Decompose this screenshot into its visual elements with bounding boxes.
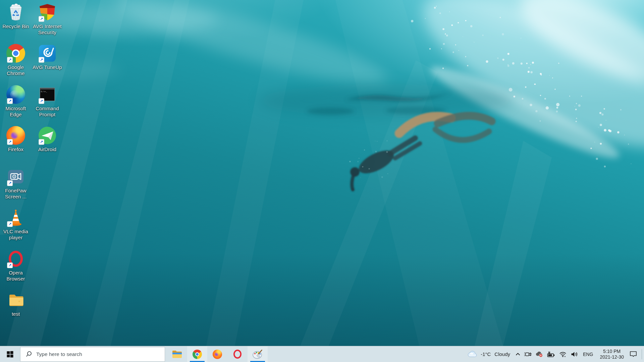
desktop-icon-label: AVG InternetSecurity	[33, 23, 62, 36]
clock-time: 5:10 PM	[600, 349, 624, 354]
avg-tuneup-icon: ↗	[38, 44, 57, 63]
desktop-icon-firefox[interactable]: ↗ Firefox	[0, 126, 32, 153]
desktop-icon-airdroid[interactable]: ↗ AirDroid	[32, 126, 63, 153]
desktop-icon-label: CommandPrompt	[36, 106, 59, 118]
desktop-icon-label: AVG TuneUp	[33, 64, 62, 70]
show-desktop-button[interactable]	[642, 346, 644, 362]
shortcut-arrow-icon: ↗	[7, 262, 13, 268]
desktop-icon-test-folder[interactable]: test	[0, 290, 32, 317]
desktop-icon-label: AirDroid	[38, 146, 56, 153]
desktop-icon-grid: Recycle Bin ↗ AVG InternetSecurity ↗ Goo…	[0, 0, 644, 346]
shortcut-arrow-icon: ↗	[39, 139, 44, 145]
search-box[interactable]: Type here to search	[20, 347, 165, 362]
battery-status-button[interactable]	[545, 346, 557, 362]
opera-icon: ↗	[6, 249, 25, 268]
taskbar: Type here to search	[0, 346, 644, 362]
weather-temperature: -1°C	[481, 351, 491, 357]
clock-date: 2021-12-30	[600, 354, 624, 360]
chevron-up-icon	[516, 353, 520, 356]
vlc-cone-icon: ↗	[6, 208, 25, 227]
meet-now-camera-icon	[524, 351, 532, 358]
firefox-icon: ↗	[6, 126, 25, 145]
search-icon	[25, 351, 32, 357]
file-explorer-icon	[172, 350, 182, 359]
wifi-status-button[interactable]	[557, 346, 569, 362]
desktop-icon-avg-internet-security[interactable]: ↗ AVG InternetSecurity	[32, 3, 63, 36]
shortcut-arrow-icon: ↗	[39, 57, 44, 63]
volume-button[interactable]	[569, 346, 580, 362]
shortcut-arrow-icon: ↗	[7, 221, 13, 227]
desktop-icon-opera[interactable]: ↗ OperaBrowser	[0, 249, 32, 282]
windows-logo-icon	[7, 351, 13, 358]
battery-charging-icon	[547, 351, 555, 358]
taskbar-app-opera[interactable]	[227, 346, 248, 362]
chrome-icon	[193, 350, 202, 359]
wifi-icon	[559, 351, 567, 357]
language-indicator[interactable]: ENG	[580, 346, 596, 362]
weather-widget[interactable]: -1°C Cloudy	[464, 346, 514, 362]
desktop-icon-recycle-bin[interactable]: Recycle Bin	[0, 3, 32, 29]
desktop-icon-google-chrome[interactable]: ↗ GoogleChrome	[0, 44, 32, 76]
command-prompt-icon: C:\>_ ↗	[38, 85, 57, 104]
shortcut-arrow-icon: ↗	[7, 57, 13, 63]
recycle-bin-icon	[6, 3, 25, 22]
search-placeholder: Type here to search	[36, 351, 82, 357]
taskbar-app-paint[interactable]	[248, 346, 268, 362]
chrome-icon: ↗	[6, 44, 25, 63]
windows-desktop: { "desktop": { "icons": [ {"id":"recycle…	[0, 0, 644, 362]
opera-icon	[233, 350, 241, 359]
taskbar-app-firefox[interactable]	[207, 346, 227, 362]
desktop-icon-vlc[interactable]: ↗ VLC mediaplayer	[0, 208, 32, 241]
desktop-icon-fonepaw-screen-recorder[interactable]: ↗ FonePawScreen ...	[0, 167, 32, 200]
action-center-button[interactable]	[628, 346, 639, 362]
airdroid-icon: ↗	[38, 126, 57, 145]
svg-text:C:\>_: C:\>_	[41, 90, 47, 93]
paint-icon	[253, 350, 263, 359]
fonepaw-icon: ↗	[6, 167, 25, 186]
firefox-icon	[213, 350, 222, 359]
weather-cloud-icon	[468, 351, 478, 358]
desktop-icon-label: test	[12, 311, 20, 317]
desktop-icon-label: Recycle Bin	[2, 23, 29, 29]
shortcut-arrow-icon: ↗	[39, 16, 44, 22]
weather-condition: Cloudy	[494, 351, 510, 357]
clock[interactable]: 5:10 PM 2021-12-30	[596, 346, 628, 362]
avg-shield-icon: ↗	[38, 3, 57, 22]
shortcut-arrow-icon: ↗	[7, 98, 13, 104]
desktop-icon-label: VLC mediaplayer	[3, 229, 28, 241]
desktop-icon-avg-tuneup[interactable]: ↗ AVG TuneUp	[32, 44, 63, 70]
taskbar-app-chrome[interactable]	[187, 346, 207, 362]
desktop-icon-label: FonePawScreen ...	[5, 188, 26, 200]
tray-overflow-button[interactable]	[514, 346, 522, 362]
desktop-icon-label: OperaBrowser	[6, 270, 25, 282]
desktop-icon-label: Firefox	[8, 146, 23, 153]
meet-now-button[interactable]	[522, 346, 534, 362]
onedrive-status-button[interactable]	[534, 346, 545, 362]
shortcut-arrow-icon: ↗	[7, 139, 13, 145]
shortcut-arrow-icon: ↗	[7, 180, 13, 186]
start-button[interactable]	[0, 346, 20, 362]
taskbar-apps	[167, 346, 268, 362]
desktop-icon-microsoft-edge[interactable]: ↗ MicrosoftEdge	[0, 85, 32, 118]
taskbar-app-file-explorer[interactable]	[167, 346, 187, 362]
desktop-icon-command-prompt[interactable]: C:\>_ ↗ CommandPrompt	[32, 85, 63, 118]
volume-icon	[571, 351, 578, 357]
edge-icon: ↗	[6, 85, 25, 104]
folder-icon	[6, 290, 25, 310]
system-tray: -1°C Cloudy	[464, 346, 644, 362]
onedrive-offline-icon	[536, 351, 543, 358]
shortcut-arrow-icon: ↗	[39, 98, 44, 104]
action-center-icon	[630, 351, 637, 357]
desktop-icon-label: GoogleChrome	[7, 64, 24, 76]
desktop-icon-label: MicrosoftEdge	[6, 106, 26, 118]
